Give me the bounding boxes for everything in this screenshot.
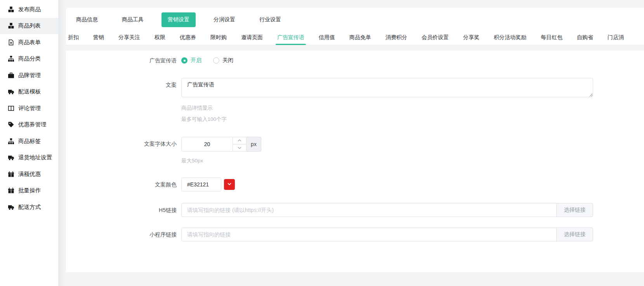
sidebar-item-label: 商品标签	[18, 138, 41, 145]
chevron-down-icon	[227, 182, 232, 188]
subtab-credit-value[interactable]: 信用值	[319, 30, 335, 45]
sidebar-item-label: 退货地址设置	[18, 154, 52, 161]
gift-icon	[8, 188, 14, 193]
file-x-icon	[8, 40, 14, 45]
copy-row: 文案 广告宣传语 商品详情显示 最多可输入100个字	[66, 78, 644, 123]
font-size-input[interactable]	[181, 137, 233, 152]
h5-link-label: H5链接	[66, 203, 181, 217]
sidebar-item-label: 品牌管理	[18, 72, 41, 79]
briefcase-icon	[8, 72, 14, 78]
copy-label: 文案	[66, 78, 181, 92]
radio-off-label: 关闭	[222, 57, 233, 64]
copy-help-display: 商品详情显示	[181, 105, 593, 112]
mini-program-link-row: 小程序链接 选择链接	[66, 227, 644, 241]
truck-icon	[8, 89, 14, 95]
sidebar-content-divider	[58, 0, 66, 286]
radio-off[interactable]: 关闭	[213, 57, 233, 64]
subtab-share-reward[interactable]: 分享奖	[463, 30, 479, 45]
font-size-row: 文案字体大小 px 最大50px	[66, 137, 644, 164]
subtab-store-consumption[interactable]: 门店消	[608, 30, 624, 45]
radio-unselected-icon	[213, 57, 219, 64]
tab-product-tools[interactable]: 商品工具	[116, 12, 150, 27]
subtab-points-activity-reward[interactable]: 积分活动奖励	[494, 30, 526, 45]
tab-marketing-settings[interactable]: 营销设置	[161, 12, 196, 27]
tab-product-info[interactable]: 商品信息	[70, 12, 104, 27]
subtab-marketing[interactable]: 营销	[93, 30, 104, 45]
subtab-share-follow[interactable]: 分享关注	[118, 30, 140, 45]
mini-program-select-link-button[interactable]: 选择链接	[556, 227, 593, 241]
color-row: 文案颜色	[66, 177, 644, 191]
tag-icon	[8, 122, 14, 127]
sidebar-item-return-address-settings[interactable]: 退货地址设置	[0, 150, 58, 166]
gift-icon	[8, 171, 14, 177]
tabs-card: 商品信息 商品工具 营销设置 分润设置 行业设置 折扣 营销 分享关注 权限 优…	[66, 8, 644, 45]
color-picker-button[interactable]	[224, 179, 235, 190]
sidebar-item-batch-operations[interactable]: 批量操作	[0, 183, 58, 199]
radio-selected-icon	[181, 57, 187, 64]
subtab-self-purchase-save[interactable]: 自购省	[577, 30, 593, 45]
sidebar-item-publish-product[interactable]: 发布商品	[0, 1, 58, 18]
font-size-label: 文案字体大小	[66, 137, 181, 151]
form-card: 广告宣传语 开启 关闭 文案 广告宣传语 商品详情显示 最多可输入100个字	[66, 51, 644, 272]
ad-slogan-radio-group: 开启 关闭	[181, 56, 245, 65]
subtab-product-free[interactable]: 商品免单	[349, 30, 371, 45]
subtab-flash-sale[interactable]: 限时购	[210, 30, 227, 45]
mini-program-link-input[interactable]	[181, 227, 557, 241]
subtab-invite-page[interactable]: 邀请页面	[241, 30, 263, 45]
sitemap-icon	[8, 56, 14, 62]
color-hex-input[interactable]	[181, 177, 221, 191]
sidebar-item-product-list[interactable]: 商品列表	[0, 18, 58, 34]
copy-help-maxlength: 最多可输入100个字	[181, 116, 593, 123]
h5-link-row: H5链接 选择链接	[66, 203, 644, 217]
sidebar-item-label: 发布商品	[18, 6, 41, 13]
ad-slogan-label: 广告宣传语	[66, 56, 181, 65]
subtab-daily-red-packet[interactable]: 每日红包	[541, 30, 562, 45]
tab-profit-settings[interactable]: 分润设置	[207, 12, 241, 27]
sidebar-item-label: 商品列表	[18, 22, 41, 29]
cubes-icon	[8, 23, 14, 29]
columns-icon	[8, 105, 14, 111]
subtab-member-price[interactable]: 会员价设置	[422, 30, 449, 45]
sidebar-item-delivery-template[interactable]: 配送模板	[0, 84, 58, 100]
stepper-down-button[interactable]	[233, 144, 246, 152]
main-content: 商品信息 商品工具 营销设置 分润设置 行业设置 折扣 营销 分享关注 权限 优…	[66, 0, 644, 286]
subtab-coupon[interactable]: 优惠券	[180, 30, 196, 45]
font-size-help: 最大50px	[181, 157, 261, 164]
font-size-stepper: px	[181, 137, 261, 152]
radio-on[interactable]: 开启	[181, 57, 201, 64]
sidebar-item-label: 批量操作	[18, 187, 41, 194]
primary-tabs: 商品信息 商品工具 营销设置 分润设置 行业设置	[66, 12, 644, 30]
h5-link-input[interactable]	[181, 203, 557, 217]
px-unit-suffix: px	[246, 137, 261, 152]
secondary-tabs: 折扣 营销 分享关注 权限 优惠券 限时购 邀请页面 广告宣传语 信用值 商品免…	[66, 30, 644, 45]
mini-program-link-label: 小程序链接	[66, 227, 181, 241]
sidebar-item-label: 满额优惠	[18, 171, 41, 178]
sidebar-item-brand-management[interactable]: 品牌管理	[0, 67, 58, 84]
ad-slogan-row: 广告宣传语 开启 关闭	[66, 56, 644, 65]
h5-select-link-button[interactable]: 选择链接	[556, 203, 593, 217]
subtab-ad-slogan[interactable]: 广告宣传语	[277, 30, 304, 45]
subtab-permissions[interactable]: 权限	[154, 30, 165, 45]
subtab-consumption-points[interactable]: 消费积分	[385, 30, 407, 45]
sidebar-item-label: 配送方式	[18, 203, 41, 211]
copy-textarea[interactable]: 广告宣传语	[181, 78, 593, 97]
cubes-icon	[8, 7, 14, 12]
color-label: 文案颜色	[66, 177, 181, 191]
stepper-up-button[interactable]	[233, 137, 246, 144]
sidebar-item-label: 商品分类	[18, 55, 41, 62]
sidebar-item-label: 评论管理	[18, 105, 41, 112]
truck-icon	[8, 155, 14, 160]
sidebar-item-comment-management[interactable]: 评论管理	[0, 100, 58, 117]
sidebar-item-product-form[interactable]: 商品表单	[0, 34, 58, 51]
subtab-discount[interactable]: 折扣	[68, 30, 79, 45]
sidebar-item-product-category[interactable]: 商品分类	[0, 51, 58, 67]
sidebar-item-label: 配送模板	[18, 88, 41, 95]
sidebar-item-product-tags[interactable]: 商品标签	[0, 133, 58, 150]
sitemap-icon	[8, 138, 14, 144]
tab-industry-settings[interactable]: 行业设置	[253, 12, 287, 27]
sidebar-item-full-amount-discount[interactable]: 满额优惠	[0, 166, 58, 183]
truck-icon	[8, 204, 14, 210]
sidebar-item-coupon-management[interactable]: 优惠券管理	[0, 117, 58, 133]
sidebar-item-delivery-method[interactable]: 配送方式	[0, 199, 58, 215]
sidebar: 发布商品 商品列表 商品表单 商品分类 品牌管理 配送模板 评论管理 优惠券管理…	[0, 0, 58, 286]
